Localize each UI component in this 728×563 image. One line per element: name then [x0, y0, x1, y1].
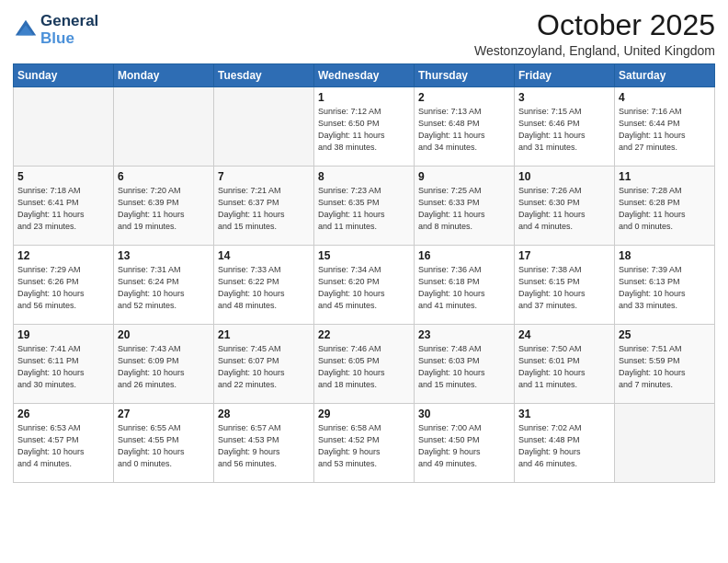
- calendar-cell: 6Sunrise: 7:20 AM Sunset: 6:39 PM Daylig…: [114, 167, 214, 246]
- location: Westonzoyland, England, United Kingdom: [474, 43, 715, 58]
- calendar-cell: 24Sunrise: 7:50 AM Sunset: 6:01 PM Dayli…: [515, 325, 615, 404]
- day-info: Sunrise: 7:18 AM Sunset: 6:41 PM Dayligh…: [17, 185, 109, 233]
- day-number: 4: [619, 91, 711, 104]
- day-info: Sunrise: 6:57 AM Sunset: 4:53 PM Dayligh…: [218, 422, 310, 470]
- col-tuesday: Tuesday: [214, 64, 314, 87]
- day-number: 19: [17, 328, 109, 341]
- day-info: Sunrise: 7:12 AM Sunset: 6:50 PM Dayligh…: [318, 106, 410, 154]
- day-number: 8: [318, 170, 410, 183]
- calendar-cell: 15Sunrise: 7:34 AM Sunset: 6:20 PM Dayli…: [314, 246, 415, 325]
- calendar-cell: 2Sunrise: 7:13 AM Sunset: 6:48 PM Daylig…: [415, 87, 515, 167]
- day-number: 5: [17, 170, 109, 183]
- day-number: 28: [218, 408, 310, 420]
- calendar-cell: 12Sunrise: 7:29 AM Sunset: 6:26 PM Dayli…: [14, 246, 114, 325]
- calendar-cell: 21Sunrise: 7:45 AM Sunset: 6:07 PM Dayli…: [214, 325, 314, 404]
- calendar-week-5: 26Sunrise: 6:53 AM Sunset: 4:57 PM Dayli…: [14, 404, 715, 483]
- calendar-cell: 8Sunrise: 7:23 AM Sunset: 6:35 PM Daylig…: [314, 167, 415, 246]
- calendar-cell: 7Sunrise: 7:21 AM Sunset: 6:37 PM Daylig…: [214, 167, 314, 246]
- day-info: Sunrise: 7:25 AM Sunset: 6:33 PM Dayligh…: [418, 185, 510, 233]
- calendar-cell: [114, 87, 214, 167]
- logo: General Blue: [13, 13, 98, 47]
- day-number: 21: [218, 328, 310, 341]
- day-number: 1: [318, 91, 410, 104]
- day-number: 7: [218, 170, 310, 183]
- col-wednesday: Wednesday: [314, 64, 415, 87]
- calendar-week-3: 12Sunrise: 7:29 AM Sunset: 6:26 PM Dayli…: [14, 246, 715, 325]
- header-row: Sunday Monday Tuesday Wednesday Thursday…: [14, 64, 715, 87]
- calendar-table: Sunday Monday Tuesday Wednesday Thursday…: [13, 63, 715, 483]
- day-info: Sunrise: 7:46 AM Sunset: 6:05 PM Dayligh…: [318, 343, 410, 391]
- col-monday: Monday: [114, 64, 214, 87]
- calendar-cell: 28Sunrise: 6:57 AM Sunset: 4:53 PM Dayli…: [214, 404, 314, 483]
- month-title: October 2025: [474, 9, 715, 41]
- day-number: 15: [318, 249, 410, 262]
- day-info: Sunrise: 7:21 AM Sunset: 6:37 PM Dayligh…: [218, 185, 310, 233]
- day-number: 2: [418, 91, 510, 104]
- calendar-cell: 14Sunrise: 7:33 AM Sunset: 6:22 PM Dayli…: [214, 246, 314, 325]
- calendar-cell: [214, 87, 314, 167]
- title-block: October 2025 Westonzoyland, England, Uni…: [474, 9, 715, 58]
- calendar-cell: 9Sunrise: 7:25 AM Sunset: 6:33 PM Daylig…: [415, 167, 515, 246]
- calendar-cell: 4Sunrise: 7:16 AM Sunset: 6:44 PM Daylig…: [615, 87, 715, 167]
- calendar-cell: 3Sunrise: 7:15 AM Sunset: 6:46 PM Daylig…: [515, 87, 615, 167]
- day-info: Sunrise: 6:58 AM Sunset: 4:52 PM Dayligh…: [318, 422, 410, 470]
- header: General Blue October 2025 Westonzoyland,…: [13, 9, 715, 58]
- day-info: Sunrise: 7:38 AM Sunset: 6:15 PM Dayligh…: [518, 264, 610, 312]
- calendar-cell: 11Sunrise: 7:28 AM Sunset: 6:28 PM Dayli…: [615, 167, 715, 246]
- calendar-cell: 10Sunrise: 7:26 AM Sunset: 6:30 PM Dayli…: [515, 167, 615, 246]
- day-number: 16: [418, 249, 510, 262]
- calendar-week-1: 1Sunrise: 7:12 AM Sunset: 6:50 PM Daylig…: [14, 87, 715, 167]
- day-info: Sunrise: 7:41 AM Sunset: 6:11 PM Dayligh…: [17, 343, 109, 391]
- calendar-cell: 30Sunrise: 7:00 AM Sunset: 4:50 PM Dayli…: [415, 404, 515, 483]
- day-number: 13: [118, 249, 210, 262]
- calendar-week-4: 19Sunrise: 7:41 AM Sunset: 6:11 PM Dayli…: [14, 325, 715, 404]
- day-info: Sunrise: 7:28 AM Sunset: 6:28 PM Dayligh…: [619, 185, 711, 233]
- day-info: Sunrise: 7:00 AM Sunset: 4:50 PM Dayligh…: [418, 422, 510, 470]
- calendar-cell: 23Sunrise: 7:48 AM Sunset: 6:03 PM Dayli…: [415, 325, 515, 404]
- calendar-cell: 19Sunrise: 7:41 AM Sunset: 6:11 PM Dayli…: [14, 325, 114, 404]
- col-saturday: Saturday: [615, 64, 715, 87]
- day-number: 11: [619, 170, 711, 183]
- day-info: Sunrise: 7:31 AM Sunset: 6:24 PM Dayligh…: [118, 264, 210, 312]
- calendar-week-2: 5Sunrise: 7:18 AM Sunset: 6:41 PM Daylig…: [14, 167, 715, 246]
- day-number: 25: [619, 328, 711, 341]
- day-number: 14: [218, 249, 310, 262]
- day-number: 27: [118, 408, 210, 420]
- day-number: 3: [518, 91, 610, 104]
- day-info: Sunrise: 7:20 AM Sunset: 6:39 PM Dayligh…: [118, 185, 210, 233]
- day-number: 31: [518, 408, 610, 420]
- calendar-cell: 18Sunrise: 7:39 AM Sunset: 6:13 PM Dayli…: [615, 246, 715, 325]
- day-info: Sunrise: 7:50 AM Sunset: 6:01 PM Dayligh…: [518, 343, 610, 391]
- col-friday: Friday: [515, 64, 615, 87]
- day-info: Sunrise: 7:33 AM Sunset: 6:22 PM Dayligh…: [218, 264, 310, 312]
- day-number: 9: [418, 170, 510, 183]
- day-number: 30: [418, 408, 510, 420]
- day-number: 23: [418, 328, 510, 341]
- day-number: 18: [619, 249, 711, 262]
- day-info: Sunrise: 7:51 AM Sunset: 5:59 PM Dayligh…: [619, 343, 711, 391]
- calendar-cell: 13Sunrise: 7:31 AM Sunset: 6:24 PM Dayli…: [114, 246, 214, 325]
- day-info: Sunrise: 7:16 AM Sunset: 6:44 PM Dayligh…: [619, 106, 711, 154]
- calendar-cell: [615, 404, 715, 483]
- day-number: 10: [518, 170, 610, 183]
- day-number: 29: [318, 408, 410, 420]
- day-info: Sunrise: 7:48 AM Sunset: 6:03 PM Dayligh…: [418, 343, 510, 391]
- day-number: 20: [118, 328, 210, 341]
- calendar-cell: 27Sunrise: 6:55 AM Sunset: 4:55 PM Dayli…: [114, 404, 214, 483]
- calendar-cell: 22Sunrise: 7:46 AM Sunset: 6:05 PM Dayli…: [314, 325, 415, 404]
- day-info: Sunrise: 7:43 AM Sunset: 6:09 PM Dayligh…: [118, 343, 210, 391]
- day-number: 22: [318, 328, 410, 341]
- calendar-cell: 25Sunrise: 7:51 AM Sunset: 5:59 PM Dayli…: [615, 325, 715, 404]
- calendar-cell: 20Sunrise: 7:43 AM Sunset: 6:09 PM Dayli…: [114, 325, 214, 404]
- day-info: Sunrise: 7:02 AM Sunset: 4:48 PM Dayligh…: [518, 422, 610, 470]
- day-number: 6: [118, 170, 210, 183]
- day-number: 12: [17, 249, 109, 262]
- calendar-cell: 31Sunrise: 7:02 AM Sunset: 4:48 PM Dayli…: [515, 404, 615, 483]
- day-info: Sunrise: 7:15 AM Sunset: 6:46 PM Dayligh…: [518, 106, 610, 154]
- calendar-cell: 29Sunrise: 6:58 AM Sunset: 4:52 PM Dayli…: [314, 404, 415, 483]
- calendar-cell: 16Sunrise: 7:36 AM Sunset: 6:18 PM Dayli…: [415, 246, 515, 325]
- day-number: 26: [17, 408, 109, 420]
- calendar-cell: 26Sunrise: 6:53 AM Sunset: 4:57 PM Dayli…: [14, 404, 114, 483]
- day-info: Sunrise: 7:13 AM Sunset: 6:48 PM Dayligh…: [418, 106, 510, 154]
- day-info: Sunrise: 7:39 AM Sunset: 6:13 PM Dayligh…: [619, 264, 711, 312]
